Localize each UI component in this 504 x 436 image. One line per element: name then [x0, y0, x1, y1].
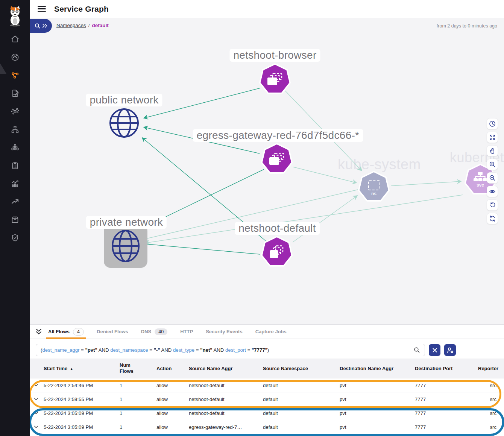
calico-cat-logo[interactable] — [0, 0, 30, 32]
search-icon — [35, 23, 41, 29]
dashboard-gauge-icon — [11, 53, 20, 62]
col-reporter[interactable]: Reporter — [478, 366, 500, 371]
sidebar-item-clusters[interactable] — [0, 138, 30, 156]
namespace-icon — [368, 180, 380, 190]
graph-search-pill[interactable] — [30, 19, 52, 33]
chevron-down-icon — [34, 398, 38, 401]
sidebar-item-network-sets[interactable] — [0, 102, 30, 120]
search-icon — [414, 347, 420, 353]
cell-source-namespace: default — [263, 397, 340, 402]
double-chevron-down-icon — [35, 328, 42, 335]
table-row[interactable]: 5-22-2024 2:54:46 PM 1 allow netshoot-de… — [30, 378, 504, 392]
cell-dest-name-aggr: pvt — [340, 424, 415, 430]
tab-dns[interactable]: DNS 40 — [141, 325, 167, 339]
fit-screen-button[interactable] — [487, 132, 498, 143]
app-header: Service Graph — [30, 0, 504, 18]
col-source-name-aggr[interactable]: Source Name Aggr — [189, 366, 263, 371]
cell-start-time: 5-22-2024 3:05:09 PM — [44, 410, 120, 416]
table-row[interactable]: 5-22-2024 3:05:09 PM 1 allow egress-gate… — [30, 420, 504, 434]
col-action[interactable]: Action — [156, 366, 189, 371]
user-settings-button[interactable] — [444, 344, 456, 356]
tab-label: Security Events — [206, 329, 243, 334]
node-label-public-network[interactable]: public network — [86, 94, 162, 106]
breadcrumb-separator: / — [88, 23, 90, 28]
col-dest-port[interactable]: Destination Port — [415, 366, 478, 371]
sidebar-item-dashboard[interactable] — [0, 48, 30, 66]
hamburger-icon — [38, 6, 46, 7]
cell-source-name-aggr: netshoot-default — [189, 383, 263, 388]
home-icon — [11, 35, 20, 44]
graph-node-private-network[interactable] — [104, 224, 147, 268]
col-dest-name-aggr[interactable]: Destination Name Aggr — [340, 366, 415, 371]
col-source-namespace[interactable]: Source Namespace — [263, 366, 340, 371]
zoom-out-button[interactable] — [487, 172, 498, 184]
flows-tabs: All Flows 4 Denied Flows DNS 40 HTTP Sec… — [30, 325, 504, 339]
table-row[interactable]: 5-22-2024 2:59:55 PM 1 allow netshoot-de… — [30, 392, 504, 406]
tab-label: All Flows — [48, 329, 70, 334]
tab-all-flows[interactable]: All Flows 4 — [48, 325, 84, 339]
cell-dest-name-aggr: pvt — [340, 410, 415, 416]
zoom-in-icon — [489, 161, 496, 168]
cell-reporter: src — [478, 410, 498, 416]
tab-badge: 40 — [155, 328, 167, 335]
honeycomb-cluster-icon — [11, 143, 20, 152]
flow-filter-input[interactable]: (dest_name_aggr = "pvt" AND dest_namespa… — [36, 344, 425, 356]
tab-security-events[interactable]: Security Events — [206, 325, 243, 339]
cell-action: allow — [156, 383, 189, 388]
breadcrumb: Namespaces/default — [56, 23, 109, 28]
graph-node-public-network[interactable] — [108, 107, 140, 140]
service-icon — [473, 172, 487, 182]
time-settings-button[interactable] — [487, 118, 498, 129]
zoom-in-button[interactable] — [487, 159, 498, 170]
sidebar-item-trends[interactable] — [0, 193, 30, 211]
sidebar-item-security[interactable] — [0, 229, 30, 247]
node-kind-badge: ns — [371, 191, 376, 196]
replicaset-icon — [269, 245, 284, 259]
node-label-netshoot-browser[interactable]: netshoot-browser — [229, 49, 320, 62]
node-label-private-network[interactable]: private network — [86, 216, 167, 229]
refresh-button[interactable] — [487, 213, 498, 224]
cell-source-name-aggr: egress-gateway-red-7… — [189, 424, 263, 430]
visibility-button[interactable] — [487, 186, 498, 197]
undo-icon — [489, 202, 496, 208]
row-expand-chevron[interactable] — [34, 398, 44, 401]
sidebar-item-service-graph[interactable] — [0, 66, 30, 84]
cell-source-namespace: default — [263, 424, 340, 430]
row-expand-chevron[interactable] — [34, 384, 44, 387]
sort-asc-icon: ▲ — [70, 367, 73, 371]
sidebar-item-packages[interactable] — [0, 211, 30, 229]
tab-label: HTTP — [180, 329, 193, 334]
sidebar-item-compliance[interactable] — [0, 156, 30, 175]
sidebar-item-policies[interactable] — [0, 84, 30, 102]
chevron-down-icon — [34, 425, 38, 428]
undo-button[interactable] — [487, 199, 498, 211]
sidebar-item-topology[interactable] — [0, 120, 30, 138]
service-graph-canvas[interactable]: Namespaces/default from 2 days to 0 minu… — [30, 18, 504, 324]
chevron-down-icon — [34, 412, 38, 415]
graph-topbar: Namespaces/default from 2 days to 0 minu… — [30, 18, 504, 35]
row-expand-chevron[interactable] — [34, 412, 44, 415]
sidebar-item-home[interactable] — [0, 30, 30, 48]
cell-num-flows: 1 — [120, 383, 156, 388]
flows-table-header: Start Time▲ Num Flows Action Source Name… — [30, 359, 504, 378]
row-expand-chevron[interactable] — [34, 425, 44, 428]
clear-filter-button[interactable] — [429, 344, 440, 356]
cell-dest-port: 7777 — [415, 397, 478, 402]
node-kind-badge: svc — [477, 182, 484, 188]
collapse-panel-button[interactable] — [35, 328, 42, 335]
tab-denied-flows[interactable]: Denied Flows — [97, 325, 128, 339]
node-label-egress-gateway[interactable]: egress-gateway-red-76d7f5dc66-* — [193, 129, 363, 142]
col-num-flows[interactable]: Num Flows — [120, 362, 138, 375]
clipboard-list-icon — [11, 161, 20, 170]
breadcrumb-namespaces-link[interactable]: Namespaces — [56, 23, 86, 28]
tab-capture-jobs[interactable]: Capture Jobs — [255, 325, 287, 339]
node-label-netshoot-default[interactable]: netshoot-default — [235, 222, 320, 235]
pan-button[interactable] — [487, 145, 498, 156]
tab-http[interactable]: HTTP — [180, 325, 193, 339]
hamburger-menu-button[interactable] — [36, 5, 47, 14]
sidebar-item-reports[interactable] — [0, 175, 30, 193]
table-row[interactable]: 5-22-2024 3:05:09 PM 1 allow netshoot-de… — [30, 406, 504, 420]
user-gear-icon — [446, 346, 454, 354]
col-start-time[interactable]: Start Time▲ — [44, 366, 120, 371]
clock-icon — [489, 120, 496, 127]
